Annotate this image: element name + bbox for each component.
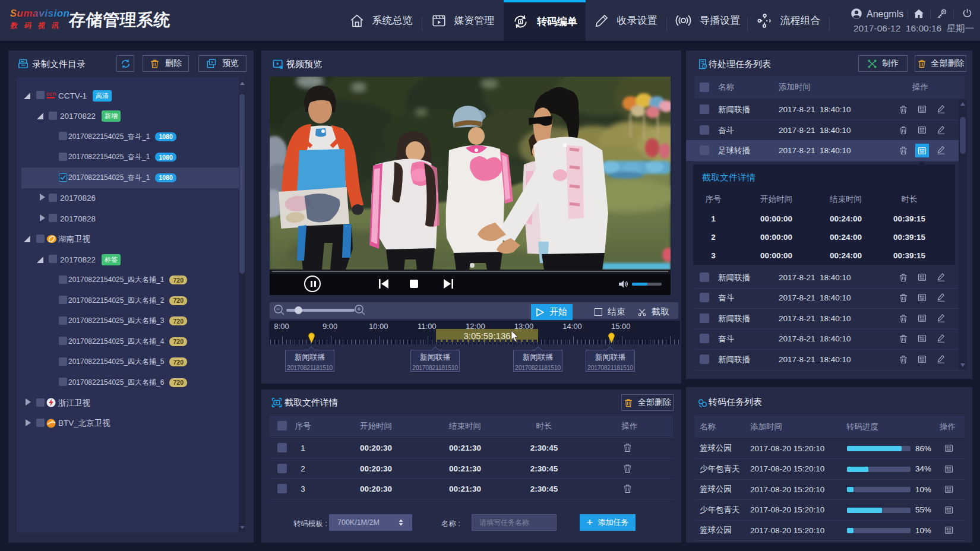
svg-text:CCTV: CCTV [46,92,56,96]
